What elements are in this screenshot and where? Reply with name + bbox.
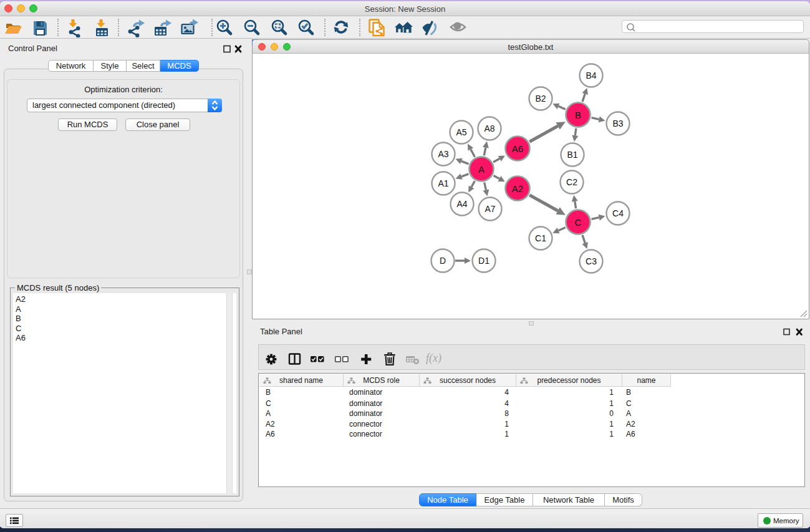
svg-text:B: B bbox=[575, 110, 581, 120]
svg-text:A8: A8 bbox=[484, 123, 494, 133]
svg-text:C1: C1 bbox=[535, 233, 546, 243]
svg-text:A3: A3 bbox=[438, 149, 448, 159]
svg-text:C: C bbox=[575, 217, 582, 228]
svg-text:A4: A4 bbox=[456, 199, 467, 209]
svg-text:C4: C4 bbox=[612, 208, 624, 218]
svg-text:Memory: Memory bbox=[773, 517, 799, 525]
svg-text:A5: A5 bbox=[456, 127, 466, 137]
svg-text:D1: D1 bbox=[478, 256, 489, 266]
svg-text:A2: A2 bbox=[512, 183, 523, 194]
svg-text:A6: A6 bbox=[512, 143, 523, 154]
svg-text:C3: C3 bbox=[586, 256, 597, 266]
svg-text:A7: A7 bbox=[485, 204, 495, 214]
svg-text:B2: B2 bbox=[535, 94, 546, 104]
svg-text:C2: C2 bbox=[566, 177, 577, 187]
svg-text:B4: B4 bbox=[586, 70, 596, 80]
svg-text:A: A bbox=[478, 164, 485, 175]
svg-text:B3: B3 bbox=[612, 118, 623, 128]
svg-text:A1: A1 bbox=[438, 178, 448, 188]
svg-text:D: D bbox=[440, 256, 446, 266]
svg-text:B1: B1 bbox=[567, 150, 577, 160]
